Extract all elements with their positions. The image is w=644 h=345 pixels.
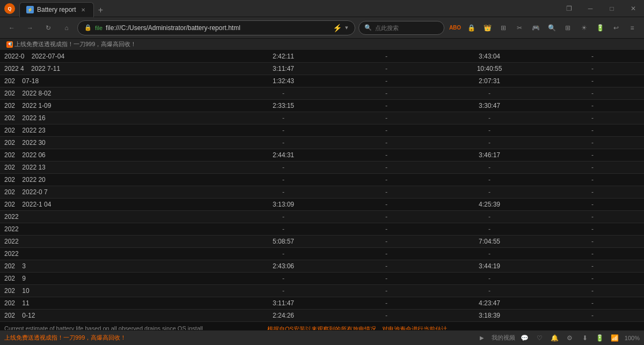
date-range: 2022 4 2022 7-11 bbox=[0, 63, 232, 75]
promo-text: 上线免费送透视成指！一刀999，高爆高回收！ bbox=[4, 334, 126, 342]
table-row: 202 2022 1-092:33:15-3:30:47- bbox=[0, 100, 644, 112]
col5: - bbox=[541, 87, 644, 100]
browser-logo-area: Q bbox=[0, 3, 19, 14]
battery-duration: 4:23:47 bbox=[438, 297, 541, 310]
home-button[interactable]: ⌂ bbox=[59, 20, 74, 35]
battery-duration: - bbox=[438, 211, 541, 223]
table-row: 202 32:43:06-3:44:19- bbox=[0, 260, 644, 273]
active-duration: 5:08:57 bbox=[232, 236, 335, 248]
active-tab[interactable]: ⚡ Battery report ✕ bbox=[19, 2, 94, 17]
active-duration: - bbox=[232, 87, 335, 100]
table-row: 202 113:11:47-4:23:47- bbox=[0, 297, 644, 310]
date-range: 202 3 bbox=[0, 260, 232, 273]
close-button[interactable]: ✕ bbox=[623, 0, 644, 17]
tab-close-button[interactable]: ✕ bbox=[79, 6, 87, 13]
grid-icon[interactable]: ⊞ bbox=[560, 20, 575, 35]
col3: - bbox=[335, 285, 438, 297]
col3: - bbox=[335, 174, 438, 186]
bookmark-promo[interactable]: 📢 上线免费送透视成指！一刀999，高爆高回收！ bbox=[4, 39, 138, 49]
col3: - bbox=[335, 63, 438, 75]
col5: - bbox=[541, 211, 644, 223]
search-input[interactable] bbox=[375, 25, 429, 31]
game-icon[interactable]: 🎮 bbox=[528, 20, 543, 35]
heart-icon[interactable]: ♡ bbox=[535, 333, 545, 343]
col3: - bbox=[335, 236, 438, 248]
table-row: 2022 ---- bbox=[0, 223, 644, 236]
settings-icon[interactable]: ⚙ bbox=[565, 333, 575, 343]
status-right: ▶ 我的视频 💬 ♡ 🔔 ⚙ ⬇ 🔋 📶 100% bbox=[477, 333, 640, 343]
col3: - bbox=[335, 310, 438, 322]
table-row: 2022-0 2022-07-042:42:11-3:43:04- bbox=[0, 50, 644, 63]
restore-button[interactable]: ❐ bbox=[558, 0, 580, 17]
lock-icon[interactable]: 🔒 bbox=[464, 20, 479, 35]
video-icon[interactable]: ▶ bbox=[477, 333, 487, 343]
col5: - bbox=[541, 199, 644, 211]
active-duration: - bbox=[232, 162, 335, 174]
address-bar: ← → ↻ ⌂ 🔒 file file:///C:/Users/Administ… bbox=[0, 17, 644, 39]
forward-button[interactable]: → bbox=[23, 20, 38, 35]
download-icon[interactable]: ⬇ bbox=[580, 333, 590, 343]
back2-icon[interactable]: ↩ bbox=[609, 20, 624, 35]
battery-duration: - bbox=[438, 273, 541, 285]
url-bar[interactable]: 🔒 file file:///C:/Users/Administrator/ba… bbox=[77, 20, 355, 35]
menu-icon[interactable]: ⊞ bbox=[496, 20, 511, 35]
col5: - bbox=[541, 310, 644, 322]
table-row: 202 07-181:32:43-2:07:31- bbox=[0, 75, 644, 87]
active-duration: - bbox=[232, 273, 335, 285]
date-range: 202 07-18 bbox=[0, 75, 232, 87]
table-row: 202 2022-0 7---- bbox=[0, 186, 644, 199]
battery-duration: 3:44:19 bbox=[438, 260, 541, 273]
active-duration: 2:33:15 bbox=[232, 100, 335, 112]
search-bar[interactable]: 🔍 bbox=[358, 21, 444, 35]
col5: - bbox=[541, 100, 644, 112]
scissors-icon[interactable]: ✂ bbox=[512, 20, 527, 35]
signal-icon[interactable]: 📶 bbox=[610, 333, 620, 343]
bookmark-icon: 📢 bbox=[6, 41, 13, 48]
col5: - bbox=[541, 273, 644, 285]
active-duration: 3:11:47 bbox=[232, 63, 335, 75]
date-range: 202 9 bbox=[0, 273, 232, 285]
col3: - bbox=[335, 223, 438, 236]
active-duration: - bbox=[232, 186, 335, 199]
col3: - bbox=[335, 100, 438, 112]
bell-icon[interactable]: 🔔 bbox=[550, 333, 560, 343]
date-range: 202 2022 06 bbox=[0, 149, 232, 162]
battery-duration: - bbox=[438, 223, 541, 236]
col5: - bbox=[541, 112, 644, 124]
battery-status-icon[interactable]: 🔋 bbox=[595, 333, 605, 343]
col5: - bbox=[541, 50, 644, 63]
col5: - bbox=[541, 149, 644, 162]
summary-note-cn: 根据自OS安装以来观察到的所有放电情况，对电池寿命进行当前估计 bbox=[267, 325, 447, 330]
back-button[interactable]: ← bbox=[4, 20, 19, 35]
col3: - bbox=[335, 297, 438, 310]
table-row: 2022 4 2022 7-113:11:47-10:40:55- bbox=[0, 63, 644, 75]
table-row: 202 2022 30---- bbox=[0, 137, 644, 149]
table-row: 202 2022 23---- bbox=[0, 124, 644, 137]
col5: - bbox=[541, 260, 644, 273]
minimize-button[interactable]: ─ bbox=[580, 0, 601, 17]
battery-icon[interactable]: 🔋 bbox=[592, 20, 608, 35]
table-row: 202 2022 8-02---- bbox=[0, 87, 644, 100]
more-menu-icon[interactable]: ≡ bbox=[625, 20, 640, 35]
table-row: 202 2022-1 043:13:09-4:25:39- bbox=[0, 199, 644, 211]
abo-icon[interactable]: ABO bbox=[448, 20, 463, 35]
table-row: 202 0-122:24:26-3:18:39- bbox=[0, 310, 644, 322]
maximize-button[interactable]: □ bbox=[601, 0, 623, 17]
col5: - bbox=[541, 223, 644, 236]
active-duration: - bbox=[232, 248, 335, 260]
crown-icon[interactable]: 👑 bbox=[480, 20, 495, 35]
table-row: 202 2022 13---- bbox=[0, 162, 644, 174]
chat-icon[interactable]: 💬 bbox=[519, 333, 530, 343]
refresh-button[interactable]: ↻ bbox=[41, 20, 56, 35]
date-range: 2022-0 2022-07-04 bbox=[0, 50, 232, 63]
browser-icon: Q bbox=[4, 3, 15, 14]
table-row: 2022 ---- bbox=[0, 211, 644, 223]
active-duration: - bbox=[232, 137, 335, 149]
sun-icon[interactable]: ☀ bbox=[576, 20, 591, 35]
new-tab-button[interactable]: + bbox=[94, 3, 107, 17]
status-bar: 上线免费送透视成指！一刀999，高爆高回收！ ▶ 我的视频 💬 ♡ 🔔 ⚙ ⬇ … bbox=[0, 330, 644, 345]
col3: - bbox=[335, 211, 438, 223]
col5: - bbox=[541, 63, 644, 75]
search2-icon[interactable]: 🔍 bbox=[544, 20, 559, 35]
table-row: 202 9---- bbox=[0, 273, 644, 285]
